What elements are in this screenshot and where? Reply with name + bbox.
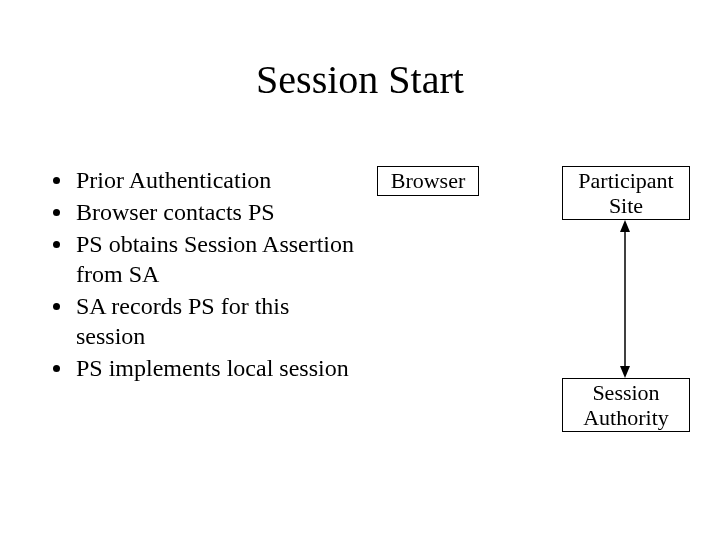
list-item: PS implements local session bbox=[74, 353, 360, 383]
participant-site-label: Participant Site bbox=[563, 168, 689, 219]
session-authority-box: Session Authority bbox=[562, 378, 690, 432]
list-item: Prior Authentication bbox=[74, 165, 360, 195]
list-item: Browser contacts PS bbox=[74, 197, 360, 227]
slide: Session Start Prior Authentication Brows… bbox=[0, 0, 720, 540]
participant-site-box: Participant Site bbox=[562, 166, 690, 220]
arrowhead-up-icon bbox=[620, 220, 630, 232]
list-item: PS obtains Session Assertion from SA bbox=[74, 229, 360, 289]
browser-label: Browser bbox=[391, 168, 466, 193]
session-authority-label: Session Authority bbox=[563, 380, 689, 431]
browser-box: Browser bbox=[377, 166, 479, 196]
slide-title: Session Start bbox=[0, 56, 720, 103]
bullet-list: Prior Authentication Browser contacts PS… bbox=[50, 165, 360, 385]
arrowhead-down-icon bbox=[620, 366, 630, 378]
list-item: SA records PS for this session bbox=[74, 291, 360, 351]
